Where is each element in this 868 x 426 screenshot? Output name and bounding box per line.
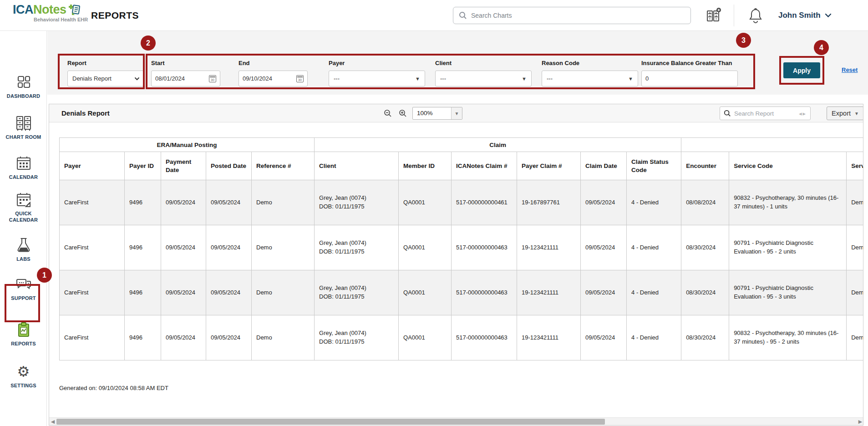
- table-cell: CareFirst: [60, 225, 125, 270]
- user-menu[interactable]: John Smith: [778, 0, 832, 31]
- sidebar-item-reports[interactable]: REPORTS: [0, 321, 47, 347]
- scroll-right-arrow-icon[interactable]: ▶: [857, 418, 863, 425]
- table-cell: 4 - Denied: [627, 270, 681, 315]
- horizontal-scrollbar[interactable]: ◀ ▶: [49, 417, 863, 425]
- page-title: REPORTS: [91, 0, 139, 31]
- table-cell: 09/05/2024: [581, 180, 627, 225]
- table-cell: 19-123421111: [517, 225, 581, 270]
- report-filter-label: Report: [67, 60, 86, 66]
- payer-select[interactable]: --- ▼: [329, 71, 425, 86]
- table-group-header: Claim: [315, 138, 681, 152]
- table-cell: 09/05/2024: [206, 270, 252, 315]
- sidebar-nav: DASHBOARD CHART ROOM C: [0, 31, 47, 426]
- table-cell: 09/05/2024: [581, 270, 627, 315]
- calendar-picker-icon[interactable]: 30: [296, 75, 304, 82]
- search-prev-next-icons[interactable]: ◂▸: [799, 110, 807, 117]
- table-column-header: Service Code: [729, 152, 847, 180]
- table-cell: 90791 - Psychiatric Diagnostic Evaluatio…: [729, 225, 847, 270]
- table-group-header: ERA/Manual Posting: [60, 138, 315, 152]
- reports-icon: [0, 321, 47, 339]
- insurance-balance-field[interactable]: [641, 71, 738, 86]
- dropdown-arrow-icon: ▼: [628, 76, 633, 81]
- table-cell: Demo: [252, 270, 315, 315]
- search-charts-box[interactable]: [453, 7, 691, 24]
- client-select[interactable]: --- ▼: [435, 71, 532, 86]
- annotation-step-4: 4: [814, 40, 829, 55]
- calendar-picker-icon[interactable]: 30: [209, 75, 216, 82]
- zoom-out-icon[interactable]: [384, 109, 392, 117]
- end-date-field[interactable]: 30: [239, 71, 308, 86]
- table-column-header: Payer: [60, 152, 125, 180]
- zoom-in-icon[interactable]: [399, 109, 407, 117]
- scrollbar-thumb[interactable]: [56, 419, 605, 425]
- table-cell: 9496: [125, 225, 161, 270]
- table-group-header-row: ERA/Manual PostingClaim: [60, 138, 864, 152]
- table-cell: Demo P: [847, 180, 863, 225]
- sidebar-item-calendar[interactable]: CALENDAR: [0, 155, 47, 180]
- table-column-header: Reference #: [252, 152, 315, 180]
- sidebar-item-settings[interactable]: ⚙ SETTINGS: [0, 363, 47, 389]
- export-label: Export: [832, 110, 851, 117]
- table-cell: Demo P: [847, 225, 863, 270]
- apply-button[interactable]: Apply: [783, 62, 820, 78]
- sidebar-item-label: CHART ROOM: [0, 134, 47, 140]
- table-cell: Demo: [252, 180, 315, 225]
- table-row: CareFirst949609/05/202409/05/2024DemoGre…: [60, 225, 864, 270]
- sidebar-item-labs[interactable]: LABS: [0, 237, 47, 262]
- scroll-left-arrow-icon[interactable]: ◀: [49, 418, 56, 425]
- sidebar-item-quick-calendar[interactable]: QUICK CALENDAR: [0, 191, 47, 223]
- sidebar-item-label: SUPPORT: [0, 295, 47, 301]
- logo-text-notes: Notes: [33, 4, 66, 16]
- reset-link[interactable]: Reset: [842, 66, 858, 73]
- dropdown-arrow-icon: ▼: [451, 107, 462, 119]
- denials-report-table: ERA/Manual PostingClaim PayerPayer IDPay…: [59, 137, 863, 360]
- table-cell: 09/05/2024: [161, 270, 206, 315]
- sidebar-item-support[interactable]: SUPPORT: [0, 276, 47, 301]
- reason-code-select[interactable]: --- ▼: [542, 71, 638, 86]
- sidebar-item-chart-room[interactable]: CHART ROOM: [0, 115, 47, 140]
- table-cell: Demo: [252, 315, 315, 360]
- insurance-balance-input[interactable]: [645, 75, 734, 82]
- sidebar-item-dashboard[interactable]: DASHBOARD: [0, 74, 47, 99]
- client-filter-label: Client: [435, 60, 452, 66]
- table-column-header: Payer ID: [125, 152, 161, 180]
- table-cell: Demo P: [847, 315, 863, 360]
- filter-bar: Report Denials Report Start 30 End 30 Pa…: [47, 31, 868, 95]
- table-cell: 09/05/2024: [161, 180, 206, 225]
- table-cell: 09/05/2024: [161, 225, 206, 270]
- table-cell: QA0001: [399, 180, 452, 225]
- table-cell: Grey, Jean (0074) DOB: 01/11/1975: [315, 225, 399, 270]
- table-cell: 9496: [125, 315, 161, 360]
- table-cell: 19-123421111: [517, 270, 581, 315]
- table-column-header: Claim Status Code: [627, 152, 681, 180]
- end-date-input[interactable]: [243, 75, 296, 82]
- sidebar-item-label: DASHBOARD: [0, 93, 47, 99]
- table-column-header: Member ID: [399, 152, 452, 180]
- start-date-field[interactable]: 30: [151, 71, 220, 86]
- report-select[interactable]: Denials Report: [67, 71, 145, 86]
- new-chart-icon[interactable]: [705, 6, 723, 25]
- table-row: CareFirst949609/05/202409/05/2024DemoGre…: [60, 180, 864, 225]
- search-report-input[interactable]: [734, 110, 780, 117]
- table-cell: 09/05/2024: [206, 225, 252, 270]
- app-logo[interactable]: ICANotes Behavioral Health EHR: [13, 3, 88, 22]
- start-date-input[interactable]: [155, 75, 209, 82]
- zoom-level-select[interactable]: 100% ▼: [412, 107, 462, 120]
- report-panel: Denials Report 100% ▼ ◂▸ Export ▼: [49, 104, 863, 426]
- search-report-box[interactable]: ◂▸: [720, 106, 811, 120]
- table-cell: CareFirst: [60, 180, 125, 225]
- search-charts-input[interactable]: [471, 12, 685, 19]
- annotation-step-3: 3: [736, 33, 751, 48]
- table-cell: 517-000000000461: [452, 180, 517, 225]
- table-cell: 4 - Denied: [627, 315, 681, 360]
- table-cell: 90832 - Psychotherapy, 30 minutes (16-37…: [729, 315, 847, 360]
- table-cell: Demo: [252, 225, 315, 270]
- export-button[interactable]: Export ▼: [827, 106, 863, 120]
- client-select-value: ---: [440, 75, 446, 82]
- user-name: John Smith: [778, 11, 821, 20]
- insurance-balance-label: Insurance Balance Greater Than: [641, 60, 732, 66]
- notifications-bell-icon[interactable]: [748, 7, 763, 24]
- zoom-level-value: 100%: [413, 107, 451, 119]
- sidebar-item-label: CALENDAR: [0, 174, 47, 180]
- table-cell: 09/05/2024: [206, 180, 252, 225]
